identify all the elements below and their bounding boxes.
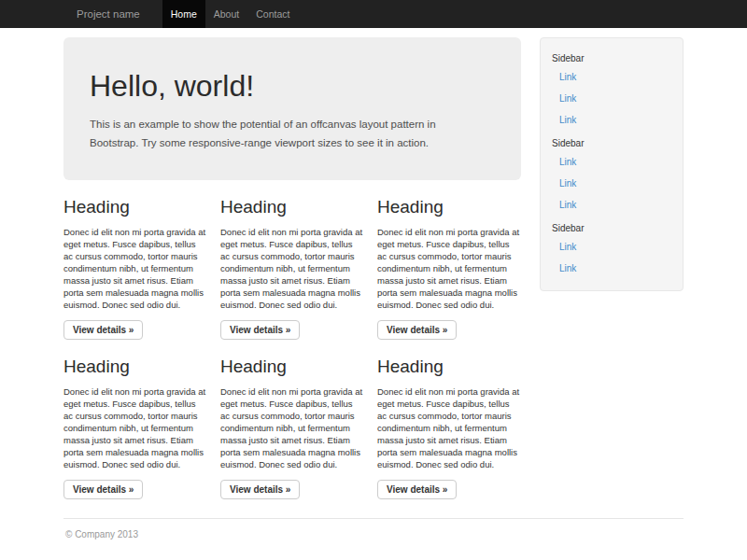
sidebar-link[interactable]: Link (541, 88, 683, 109)
page-footer: © Company 2013 (63, 518, 684, 539)
sidebar-link[interactable]: Link (541, 173, 683, 194)
nav-list-item: Home (162, 0, 205, 28)
sidebar-group-1: Sidebar Link Link Link (541, 46, 683, 131)
jumbotron: Hello, world! This is an example to show… (63, 37, 521, 180)
sidebar-group-title: Sidebar (541, 216, 683, 236)
main-row: Hello, world! This is an example to show… (63, 28, 684, 499)
cards-row-2: Heading Donec id elit non mi porta gravi… (63, 357, 521, 499)
card-heading: Heading (377, 357, 521, 377)
card-heading: Heading (220, 357, 364, 377)
sidebar-link[interactable]: Link (541, 194, 683, 216)
sidebar-link[interactable]: Link (541, 109, 683, 131)
sidebar-group-title: Sidebar (541, 46, 683, 66)
sidebar-group-2: Sidebar Link Link Link (541, 131, 683, 216)
page-title: Hello, world! (90, 69, 495, 104)
top-navbar: Project name Home About Contact (0, 0, 747, 28)
main-content: Hello, world! This is an example to show… (63, 28, 521, 499)
content-card: Heading Donec id elit non mi porta gravi… (377, 357, 521, 499)
view-details-button[interactable]: View details » (220, 480, 300, 499)
nav-item-about[interactable]: About (205, 0, 247, 28)
sidebar-panel: Sidebar Link Link Link Sidebar Link Link… (540, 37, 684, 291)
navbar-brand[interactable]: Project name (63, 0, 153, 28)
navbar-menu: Home About Contact (162, 0, 299, 28)
nav-list-item: Contact (247, 0, 298, 28)
card-heading: Heading (63, 357, 207, 377)
content-card: Heading Donec id elit non mi porta gravi… (63, 357, 207, 499)
jumbotron-description: This is an example to show the potential… (90, 115, 465, 152)
view-details-button[interactable]: View details » (63, 320, 143, 340)
card-text: Donec id elit non mi porta gravida at eg… (220, 385, 364, 470)
copyright-text: © Company 2013 (65, 529, 684, 539)
card-heading: Heading (377, 197, 521, 217)
sidebar-link[interactable]: Link (541, 66, 683, 88)
sidebar-group-title: Sidebar (541, 131, 683, 151)
nav-item-contact[interactable]: Contact (247, 0, 298, 28)
card-text: Donec id elit non mi porta gravida at eg… (220, 226, 364, 311)
cards-row-1: Heading Donec id elit non mi porta gravi… (63, 197, 521, 340)
card-text: Donec id elit non mi porta gravida at eg… (377, 385, 521, 470)
view-details-button[interactable]: View details » (377, 480, 457, 499)
card-text: Donec id elit non mi porta gravida at eg… (63, 385, 207, 470)
content-card: Heading Donec id elit non mi porta gravi… (377, 197, 521, 340)
footer-divider (63, 518, 684, 519)
sidebar-link[interactable]: Link (541, 151, 683, 173)
sidebar-group-3: Sidebar Link Link (541, 216, 683, 279)
card-heading: Heading (220, 197, 364, 217)
card-heading: Heading (63, 197, 207, 217)
content-card: Heading Donec id elit non mi porta gravi… (220, 357, 364, 499)
nav-list-item: About (205, 0, 247, 28)
view-details-button[interactable]: View details » (377, 320, 457, 340)
card-text: Donec id elit non mi porta gravida at eg… (63, 226, 207, 311)
nav-item-home[interactable]: Home (162, 0, 205, 28)
view-details-button[interactable]: View details » (63, 480, 143, 499)
content-card: Heading Donec id elit non mi porta gravi… (63, 197, 207, 340)
content-card: Heading Donec id elit non mi porta gravi… (220, 197, 364, 340)
navbar-container: Project name Home About Contact (63, 0, 684, 28)
view-details-button[interactable]: View details » (220, 320, 300, 340)
page-container: Hello, world! This is an example to show… (63, 28, 684, 539)
sidebar-link[interactable]: Link (541, 236, 683, 258)
sidebar-link[interactable]: Link (541, 258, 683, 279)
card-text: Donec id elit non mi porta gravida at eg… (377, 226, 521, 311)
